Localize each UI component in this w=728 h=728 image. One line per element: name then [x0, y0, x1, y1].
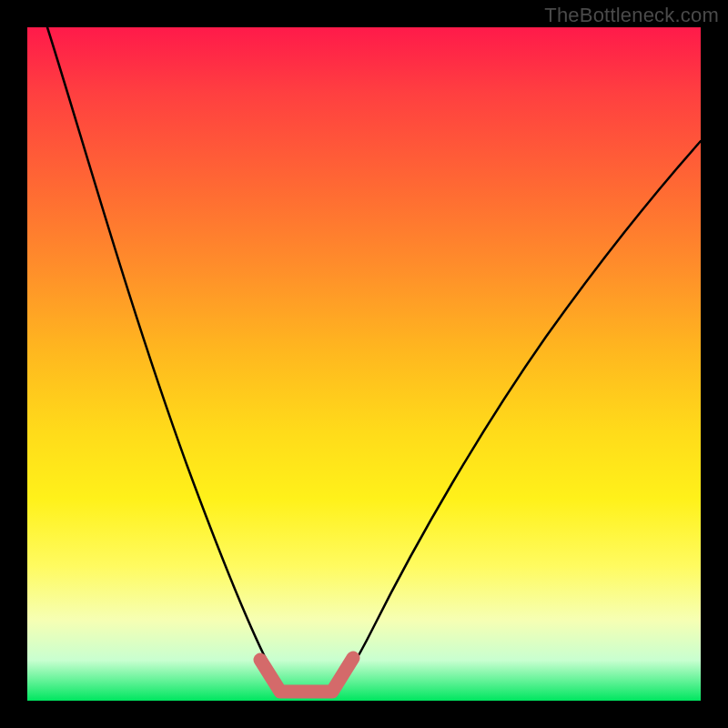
bottleneck-curve — [47, 27, 701, 694]
curve-layer — [27, 27, 701, 701]
watermark-text: TheBottleneck.com — [544, 4, 719, 27]
chart-frame: TheBottleneck.com — [0, 0, 728, 728]
notch-highlight — [260, 658, 353, 692]
